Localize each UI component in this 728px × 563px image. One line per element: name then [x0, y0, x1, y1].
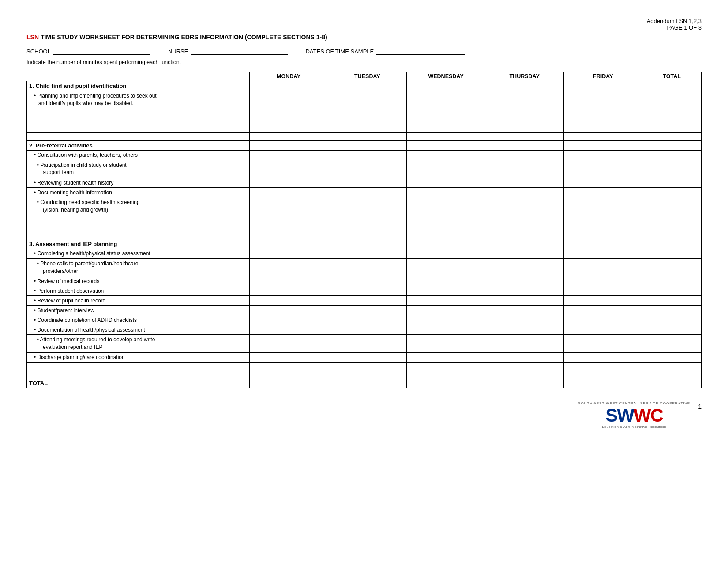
section-2-header-fri[interactable]	[564, 140, 642, 150]
cell-s3-r12-fri[interactable]	[564, 370, 642, 378]
total-mon[interactable]	[249, 378, 328, 388]
total-tue[interactable]	[328, 378, 406, 388]
cell-s3-r7-thu[interactable]	[485, 315, 564, 325]
cell-s2-r1-mon[interactable]	[249, 150, 328, 160]
cell-s1-r1-mon[interactable]	[249, 91, 328, 109]
cell-s2-r8-wed[interactable]	[406, 231, 485, 239]
cell-s3-r6-tue[interactable]	[328, 306, 406, 315]
total-tot[interactable]	[642, 378, 702, 388]
cell-s3-r4-tot[interactable]	[642, 286, 702, 296]
cell-s3-r12-tot[interactable]	[642, 370, 702, 378]
cell-s3-r10-fri[interactable]	[564, 352, 642, 362]
cell-s3-r8-tot[interactable]	[642, 325, 702, 335]
cell-s2-r6-mon[interactable]	[249, 215, 328, 223]
section-3-header-tot[interactable]	[642, 239, 702, 249]
cell-s1-r2-tue[interactable]	[328, 109, 406, 117]
cell-s2-r3-mon[interactable]	[249, 178, 328, 188]
cell-s3-r9-mon[interactable]	[249, 335, 328, 353]
cell-s2-r7-mon[interactable]	[249, 223, 328, 231]
cell-s3-r10-wed[interactable]	[406, 352, 485, 362]
section-3-header-wed[interactable]	[406, 239, 485, 249]
cell-s2-r5-tot[interactable]	[642, 197, 702, 215]
cell-s3-r10-mon[interactable]	[249, 352, 328, 362]
cell-s2-r6-thu[interactable]	[485, 215, 564, 223]
cell-s2-r1-fri[interactable]	[564, 150, 642, 160]
cell-s2-r1-thu[interactable]	[485, 150, 564, 160]
cell-s1-r4-wed[interactable]	[406, 125, 485, 132]
cell-s3-r6-wed[interactable]	[406, 306, 485, 315]
cell-s3-r4-mon[interactable]	[249, 286, 328, 296]
cell-s2-r4-tot[interactable]	[642, 188, 702, 197]
section-2-header-tot[interactable]	[642, 140, 702, 150]
cell-s2-r1-tot[interactable]	[642, 150, 702, 160]
cell-s3-r4-wed[interactable]	[406, 286, 485, 296]
section-3-header-thu[interactable]	[485, 239, 564, 249]
cell-s1-r2-mon[interactable]	[249, 109, 328, 117]
cell-s3-r1-tue[interactable]	[328, 249, 406, 258]
cell-s2-r1-wed[interactable]	[406, 150, 485, 160]
cell-s3-r3-tue[interactable]	[328, 276, 406, 286]
cell-s3-r7-tue[interactable]	[328, 315, 406, 325]
cell-s1-r5-tot[interactable]	[642, 132, 702, 140]
cell-s3-r3-wed[interactable]	[406, 276, 485, 286]
cell-s1-r5-fri[interactable]	[564, 132, 642, 140]
cell-s3-r9-thu[interactable]	[485, 335, 564, 353]
section-1-header-fri[interactable]	[564, 81, 642, 91]
section-1-header-mon[interactable]	[249, 81, 328, 91]
cell-s3-r1-fri[interactable]	[564, 249, 642, 258]
cell-s2-r4-tue[interactable]	[328, 188, 406, 197]
section-2-header-tue[interactable]	[328, 140, 406, 150]
cell-s3-r1-mon[interactable]	[249, 249, 328, 258]
cell-s1-r1-tue[interactable]	[328, 91, 406, 109]
cell-s1-r5-wed[interactable]	[406, 132, 485, 140]
cell-s3-r2-tue[interactable]	[328, 258, 406, 276]
cell-s2-r3-tot[interactable]	[642, 178, 702, 188]
cell-s2-r3-thu[interactable]	[485, 178, 564, 188]
cell-s2-r7-tot[interactable]	[642, 223, 702, 231]
cell-s3-r4-fri[interactable]	[564, 286, 642, 296]
cell-s2-r1-tue[interactable]	[328, 150, 406, 160]
cell-s3-r4-thu[interactable]	[485, 286, 564, 296]
cell-s3-r12-mon[interactable]	[249, 370, 328, 378]
cell-s2-r6-tot[interactable]	[642, 215, 702, 223]
cell-s1-r1-thu[interactable]	[485, 91, 564, 109]
cell-s3-r1-tot[interactable]	[642, 249, 702, 258]
cell-s3-r7-mon[interactable]	[249, 315, 328, 325]
section-1-header-wed[interactable]	[406, 81, 485, 91]
cell-s1-r1-fri[interactable]	[564, 91, 642, 109]
cell-s1-r1-tot[interactable]	[642, 91, 702, 109]
cell-s2-r5-wed[interactable]	[406, 197, 485, 215]
cell-s3-r7-fri[interactable]	[564, 315, 642, 325]
cell-s2-r5-tue[interactable]	[328, 197, 406, 215]
cell-s2-r6-wed[interactable]	[406, 215, 485, 223]
cell-s3-r3-fri[interactable]	[564, 276, 642, 286]
cell-s1-r3-tot[interactable]	[642, 117, 702, 125]
cell-s3-r10-tot[interactable]	[642, 352, 702, 362]
cell-s3-r2-thu[interactable]	[485, 258, 564, 276]
cell-s3-r11-tue[interactable]	[328, 362, 406, 370]
cell-s2-r7-tue[interactable]	[328, 223, 406, 231]
cell-s3-r1-wed[interactable]	[406, 249, 485, 258]
cell-s3-r7-tot[interactable]	[642, 315, 702, 325]
cell-s3-r2-tot[interactable]	[642, 258, 702, 276]
cell-s2-r7-thu[interactable]	[485, 223, 564, 231]
cell-s1-r3-mon[interactable]	[249, 117, 328, 125]
cell-s2-r2-tot[interactable]	[642, 160, 702, 178]
cell-s3-r5-tue[interactable]	[328, 296, 406, 306]
cell-s3-r9-fri[interactable]	[564, 335, 642, 353]
cell-s3-r6-mon[interactable]	[249, 306, 328, 315]
cell-s2-r6-fri[interactable]	[564, 215, 642, 223]
cell-s3-r8-thu[interactable]	[485, 325, 564, 335]
cell-s3-r4-tue[interactable]	[328, 286, 406, 296]
cell-s2-r5-mon[interactable]	[249, 197, 328, 215]
cell-s3-r3-tot[interactable]	[642, 276, 702, 286]
cell-s3-r2-fri[interactable]	[564, 258, 642, 276]
cell-s2-r2-fri[interactable]	[564, 160, 642, 178]
cell-s1-r5-mon[interactable]	[249, 132, 328, 140]
cell-s1-r2-tot[interactable]	[642, 109, 702, 117]
section-1-header-tot[interactable]	[642, 81, 702, 91]
cell-s3-r12-tue[interactable]	[328, 370, 406, 378]
cell-s3-r11-thu[interactable]	[485, 362, 564, 370]
cell-s2-r4-thu[interactable]	[485, 188, 564, 197]
cell-s2-r8-tot[interactable]	[642, 231, 702, 239]
